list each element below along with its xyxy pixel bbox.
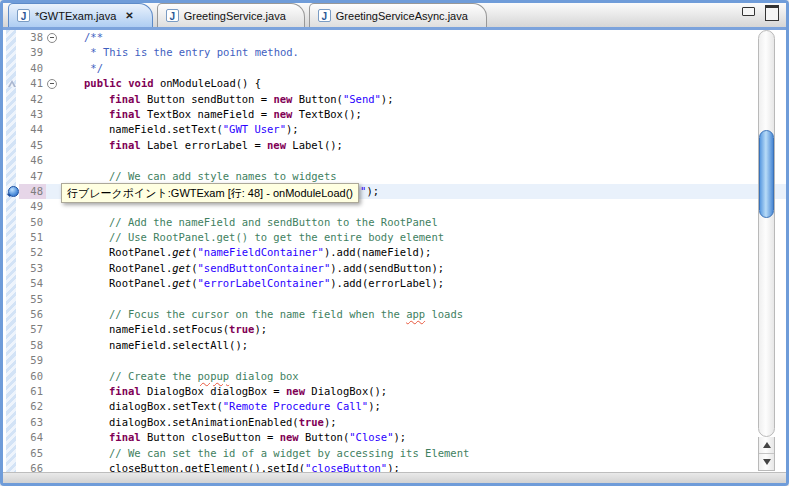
annotation-ruler-cell[interactable] [6, 446, 19, 461]
folding-ruler-cell[interactable] [46, 230, 58, 245]
annotation-ruler-cell[interactable] [6, 369, 19, 384]
annotation-ruler-cell[interactable] [6, 76, 19, 91]
code-line[interactable]: 55 [6, 292, 786, 307]
line-number[interactable]: 65 [19, 446, 46, 461]
code-line[interactable]: 56// Focus the cursor on the name field … [6, 307, 786, 322]
folding-ruler-cell[interactable] [46, 353, 58, 368]
line-number[interactable]: 44 [19, 122, 46, 137]
annotation-ruler-cell[interactable] [6, 245, 19, 260]
line-number[interactable]: 51 [19, 230, 46, 245]
minimize-icon[interactable] [742, 7, 755, 16]
folding-ruler-cell[interactable] [46, 430, 58, 445]
line-number[interactable]: 57 [19, 322, 46, 337]
annotation-ruler-cell[interactable] [6, 276, 19, 291]
folding-ruler-cell[interactable] [46, 153, 58, 168]
scrollbar-thumb[interactable] [759, 130, 774, 218]
code-line[interactable]: 51// Use RootPanel.get() to get the enti… [6, 230, 786, 245]
scrollbar-track[interactable] [758, 30, 775, 437]
horizontal-scrollbar-track[interactable] [3, 472, 786, 483]
annotation-ruler-cell[interactable] [6, 215, 19, 230]
annotation-ruler-cell[interactable] [6, 415, 19, 430]
annotation-ruler-cell[interactable] [6, 138, 19, 153]
annotation-ruler-cell[interactable] [6, 184, 19, 199]
code-line[interactable]: 53RootPanel.get("sendButtonContainer").a… [6, 261, 786, 276]
line-number[interactable]: 38 [19, 30, 46, 45]
line-number[interactable]: 40 [19, 61, 46, 76]
line-number[interactable]: 46 [19, 153, 46, 168]
annotation-ruler-cell[interactable] [6, 399, 19, 414]
line-number[interactable]: 61 [19, 384, 46, 399]
folding-ruler-cell[interactable] [46, 184, 58, 199]
line-number[interactable]: 43 [19, 107, 46, 122]
folding-ruler-cell[interactable] [46, 384, 58, 399]
line-number[interactable]: 42 [19, 92, 46, 107]
folding-ruler-cell[interactable] [46, 199, 58, 214]
vertical-scrollbar[interactable] [757, 30, 777, 473]
folding-ruler-cell[interactable] [46, 245, 58, 260]
editor-tab-greetingservicejava[interactable]: JGreetingService.java [157, 3, 305, 27]
line-number[interactable]: 45 [19, 138, 46, 153]
line-number[interactable]: 53 [19, 261, 46, 276]
folding-ruler-cell[interactable] [46, 415, 58, 430]
code-text[interactable]: final Button closeButton = new Button("C… [58, 430, 786, 445]
code-line[interactable]: 48行ブレークポイント:GWTExam [行: 48] - onModuleLo… [6, 184, 786, 199]
code-line[interactable]: 46 [6, 153, 786, 168]
code-text[interactable]: // Add the nameField and sendButton to t… [58, 215, 786, 230]
maximize-icon[interactable] [765, 5, 779, 21]
code-line[interactable]: 63dialogBox.setAnimationEnabled(true); [6, 415, 786, 430]
code-line[interactable]: 39 * This is the entry point method. [6, 45, 786, 60]
line-number[interactable]: 39 [19, 45, 46, 60]
line-number[interactable]: 50 [19, 215, 46, 230]
line-number[interactable]: 49 [19, 199, 46, 214]
code-text[interactable]: RootPanel.get("sendButtonContainer").add… [58, 261, 786, 276]
code-line[interactable]: 41public void onModuleLoad() { [6, 76, 786, 91]
folding-ruler-cell[interactable] [46, 61, 58, 76]
code-text[interactable]: // We can set the id of a widget by acce… [58, 446, 786, 461]
line-number[interactable]: 55 [19, 292, 46, 307]
annotation-ruler-cell[interactable] [6, 384, 19, 399]
code-text[interactable]: // Create the popup dialog box [58, 369, 786, 384]
code-text[interactable]: nameField.setText("GWT User"); [58, 122, 786, 137]
editor-tab-greetingserviceasyncjava[interactable]: JGreetingServiceAsync.java [309, 3, 487, 27]
folding-ruler-cell[interactable] [46, 169, 58, 184]
folding-ruler-cell[interactable] [46, 307, 58, 322]
folding-ruler-cell[interactable] [46, 122, 58, 137]
line-number[interactable]: 60 [19, 369, 46, 384]
folding-ruler-cell[interactable] [46, 92, 58, 107]
folding-ruler-cell[interactable] [46, 446, 58, 461]
annotation-ruler-cell[interactable] [6, 307, 19, 322]
annotation-ruler-cell[interactable] [6, 107, 19, 122]
code-line[interactable]: 62dialogBox.setText("Remote Procedure Ca… [6, 399, 786, 414]
folding-ruler-cell[interactable] [46, 45, 58, 60]
annotation-ruler-cell[interactable] [6, 338, 19, 353]
code-text[interactable]: dialogBox.setText("Remote Procedure Call… [58, 399, 786, 414]
annotation-ruler-cell[interactable] [6, 122, 19, 137]
code-text[interactable]: dialogBox.setAnimationEnabled(true); [58, 415, 786, 430]
annotation-ruler-cell[interactable] [6, 30, 19, 45]
code-line[interactable]: 43final TextBox nameField = new TextBox(… [6, 107, 786, 122]
annotation-ruler-cell[interactable] [6, 92, 19, 107]
scroll-down-icon[interactable] [763, 459, 771, 465]
code-line[interactable]: 47// We can add style names to widgets [6, 169, 786, 184]
line-number[interactable]: 54 [19, 276, 46, 291]
annotation-ruler-cell[interactable] [6, 153, 19, 168]
line-number[interactable]: 52 [19, 245, 46, 260]
code-text[interactable]: nameField.selectAll(); [58, 338, 786, 353]
folding-ruler-cell[interactable] [46, 276, 58, 291]
code-text[interactable]: // We can add style names to widgets [58, 169, 786, 184]
annotation-ruler-cell[interactable] [6, 261, 19, 276]
code-line[interactable]: 60// Create the popup dialog box [6, 369, 786, 384]
code-text[interactable]: // Focus the cursor on the name field wh… [58, 307, 786, 322]
annotation-ruler-cell[interactable] [6, 199, 19, 214]
code-line[interactable]: 54RootPanel.get("errorLabelContainer").a… [6, 276, 786, 291]
code-line[interactable]: 42final Button sendButton = new Button("… [6, 92, 786, 107]
code-text[interactable]: /** [58, 30, 786, 45]
code-line[interactable]: 52RootPanel.get("nameFieldContainer").ad… [6, 245, 786, 260]
code-text[interactable] [58, 292, 786, 307]
folding-ruler-cell[interactable] [46, 369, 58, 384]
code-line[interactable]: 64final Button closeButton = new Button(… [6, 430, 786, 445]
folding-ruler-cell[interactable] [46, 30, 58, 45]
folding-ruler-cell[interactable] [46, 292, 58, 307]
line-number[interactable]: 63 [19, 415, 46, 430]
fold-collapse-icon[interactable] [47, 79, 57, 89]
